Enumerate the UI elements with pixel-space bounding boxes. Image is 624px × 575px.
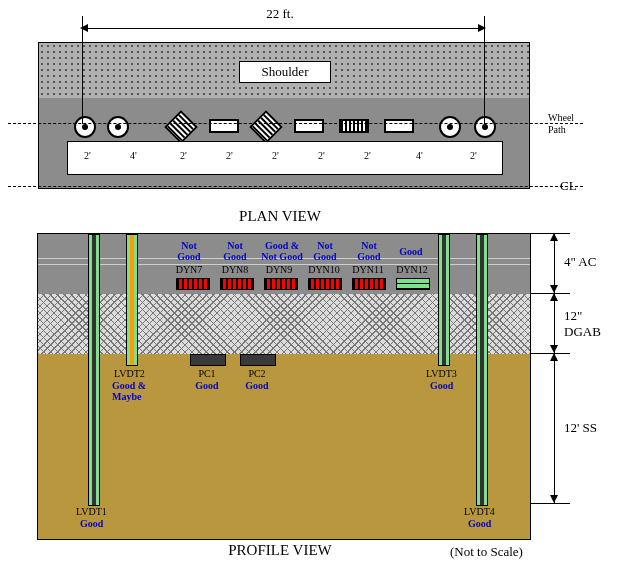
profile-panel: Not Good DYN7 Not Good DYN8 Good & Not G… (37, 233, 531, 540)
plan-spacing-box: 2' 4' 2' 2' 2' 2' 2' 4' 2' (67, 141, 503, 175)
dyn9-status: Good & Not Good (254, 240, 310, 262)
scale-note: (Not to Scale) (450, 544, 523, 560)
arrow-down-icon (550, 495, 558, 503)
dyn11-sensor (352, 278, 386, 290)
plan-overall-dim (82, 20, 484, 36)
cl-label: CL (560, 178, 577, 194)
diagram-root: Shoulder 2' 4' 2' 2' 2' 2' 2' 4' 2' (0, 0, 624, 575)
pc2-label: PC2 (238, 368, 276, 379)
spacing-label: 2' (226, 150, 233, 161)
lvdt-target-icon (474, 116, 496, 138)
overall-dim-label: 22 ft. (255, 6, 305, 22)
cl-line (8, 186, 583, 187)
shoulder-label: Shoulder (239, 61, 331, 83)
wheel-path-label: Wheel Path (548, 112, 574, 136)
plan-sensor-row (39, 113, 529, 137)
plan-view-panel: Shoulder 2' 4' 2' 2' 2' 2' 2' 4' 2' (38, 42, 530, 189)
spacing-label: 2' (318, 150, 325, 161)
dyn8-status: Not Good (214, 240, 256, 262)
arrow-up-icon (550, 293, 558, 301)
dyn9-label: DYN9 (258, 264, 300, 275)
tick (530, 503, 570, 504)
dgab-layer (38, 294, 530, 355)
arrow-down-icon (550, 285, 558, 293)
lvdt1-label: LVDT1 (76, 506, 107, 517)
pc2-status: Good (238, 380, 276, 391)
lvdt2-status: Good & Maybe (112, 380, 146, 402)
ac-dim-line (554, 233, 555, 293)
pc1-label: PC1 (188, 368, 226, 379)
dgab-label: 12" DGAB (564, 308, 614, 340)
spacing-label: 4' (130, 150, 137, 161)
lvdt3-label: LVDT3 (426, 368, 457, 379)
dim-tick (82, 16, 83, 124)
ss-dim-line (554, 353, 555, 503)
arrow-up-icon (550, 353, 558, 361)
dyn10-sensor (308, 278, 342, 290)
dyn7-sensor (176, 278, 210, 290)
lvdt-target-icon (74, 116, 96, 138)
pc1-status: Good (188, 380, 226, 391)
dim-tick (484, 16, 485, 124)
lvdt1-status: Good (80, 518, 103, 529)
spacing-label: 2' (364, 150, 371, 161)
pc1-sensor (190, 354, 226, 366)
lvdt3-tube (438, 234, 450, 366)
lvdt3-status: Good (430, 380, 453, 391)
lvdt4-label: LVDT4 (464, 506, 495, 517)
dyn11-status: Not Good (348, 240, 390, 262)
dyn12-sensor (396, 278, 430, 290)
dyn7-label: DYN7 (168, 264, 210, 275)
plan-view-title: PLAN VIEW (0, 208, 560, 225)
lvdt2-tube (126, 234, 138, 366)
lvdt4-tube (476, 234, 488, 506)
lvdt4-status: Good (468, 518, 491, 529)
ss-label: 12' SS (564, 420, 597, 436)
dyn-rect-striped-icon (339, 119, 369, 133)
spacing-label: 4' (416, 150, 423, 161)
dyn12-label: DYN12 (388, 264, 436, 275)
tick (530, 233, 570, 234)
dyn10-status: Not Good (304, 240, 346, 262)
spacing-label: 2' (84, 150, 91, 161)
lvdt2-label: LVDT2 (114, 368, 145, 379)
dyn12-status: Good (390, 246, 432, 257)
dyn11-label: DYN11 (344, 264, 392, 275)
dyn9-sensor (264, 278, 298, 290)
dyn-rect-icon (384, 119, 414, 133)
ac-label: 4" AC (564, 254, 596, 270)
dgab-dim-line (554, 293, 555, 353)
lvdt-target-icon (439, 116, 461, 138)
dyn10-label: DYN10 (300, 264, 348, 275)
dyn-rect-icon (294, 119, 324, 133)
lvdt-target-icon (107, 116, 129, 138)
dyn8-label: DYN8 (214, 264, 256, 275)
pc2-sensor (240, 354, 276, 366)
spacing-label: 2' (470, 150, 477, 161)
dyn-rect-icon (209, 119, 239, 133)
dyn8-sensor (220, 278, 254, 290)
profile-view-title: PROFILE VIEW (190, 542, 370, 559)
arrow-down-icon (550, 345, 558, 353)
lvdt1-tube (88, 234, 100, 506)
wheel-path-line (8, 123, 583, 124)
arrow-up-icon (550, 233, 558, 241)
spacing-label: 2' (272, 150, 279, 161)
dyn7-status: Not Good (168, 240, 210, 262)
spacing-label: 2' (180, 150, 187, 161)
